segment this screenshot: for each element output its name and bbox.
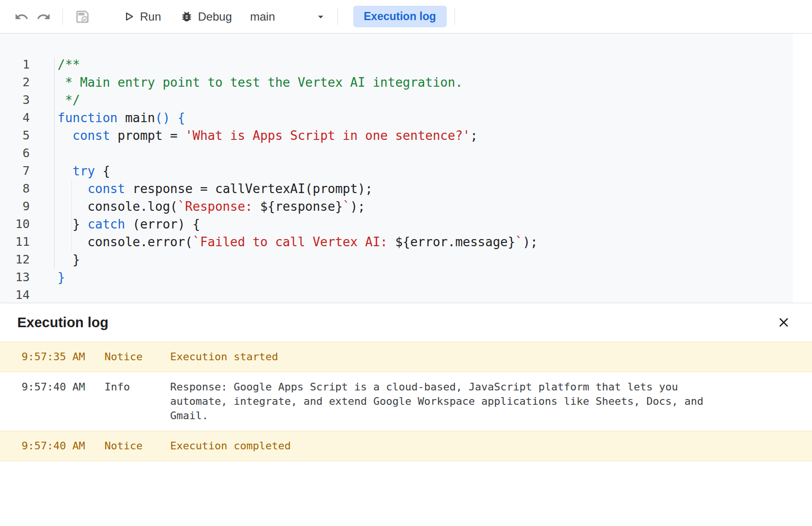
toolbar-divider: [337, 9, 338, 25]
execution-log-button-label: Execution log: [364, 10, 436, 23]
line-number[interactable]: 9: [0, 199, 30, 213]
code-text: function main() {: [30, 111, 185, 125]
code-text: } catch (error) {: [30, 217, 200, 231]
caret-down-icon: [314, 11, 327, 23]
code-line[interactable]: 7 try {: [0, 162, 812, 180]
toolbar-divider: [62, 9, 63, 25]
log-entries: 9:57:35 AMNoticeExecution started9:57:40…: [0, 342, 812, 461]
log-entry-time: 9:57:40 AM: [22, 439, 104, 453]
log-entry-info: 9:57:40 AMInfoResponse: Google Apps Scri…: [0, 372, 812, 431]
line-number[interactable]: 11: [0, 235, 30, 249]
execution-log-title: Execution log: [17, 315, 108, 331]
undo-icon: [14, 10, 29, 24]
line-number[interactable]: 7: [0, 164, 30, 178]
toolbar: Run Debug main Execution log: [0, 0, 812, 34]
code-line[interactable]: 14: [0, 286, 812, 303]
line-number[interactable]: 1: [0, 57, 30, 71]
line-number[interactable]: 5: [0, 128, 30, 142]
code-line[interactable]: 5 const prompt = 'What is Apps Script in…: [0, 126, 812, 144]
log-entry-time: 9:57:40 AM: [22, 380, 104, 394]
code-line[interactable]: 3 */: [0, 91, 812, 109]
debug-button[interactable]: Debug: [175, 6, 237, 27]
code-text: const response = callVertexAI(prompt);: [30, 182, 372, 196]
code-line[interactable]: 1/**: [0, 56, 812, 73]
toolbar-divider: [454, 9, 455, 25]
code-text: console.error(`Failed to call Vertex AI:…: [30, 235, 538, 249]
code-text: try {: [30, 164, 110, 178]
code-text: }: [30, 252, 80, 267]
log-entry-notice: 9:57:35 AMNoticeExecution started: [0, 342, 812, 372]
log-entry-notice: 9:57:40 AMNoticeExecution completed: [0, 431, 812, 461]
code-editor[interactable]: 1/**2 * Main entry point to test the Ver…: [0, 34, 812, 303]
line-number[interactable]: 14: [0, 288, 30, 302]
run-label: Run: [140, 10, 161, 23]
execution-log-panel: Execution log 9:57:35 AMNoticeExecution …: [0, 303, 812, 461]
save-project-button[interactable]: [71, 6, 93, 28]
code-text: * Main entry point to test the Vertex AI…: [30, 75, 463, 90]
code-line[interactable]: 9 console.log(`Response: ${response}`);: [0, 197, 812, 215]
code-line[interactable]: 11 console.error(`Failed to call Vertex …: [0, 233, 812, 251]
log-entry-level: Notice: [104, 350, 170, 364]
undo-button[interactable]: [12, 7, 32, 27]
code-line[interactable]: 10 } catch (error) {: [0, 215, 812, 233]
run-play-icon: [122, 10, 135, 23]
code-text: }: [30, 270, 65, 285]
code-line[interactable]: 12 }: [0, 251, 812, 268]
line-number[interactable]: 2: [0, 75, 30, 89]
code-text: */: [30, 93, 80, 107]
function-selector-dropdown[interactable]: main: [248, 7, 330, 26]
redo-button[interactable]: [34, 7, 54, 27]
code-line[interactable]: 4function main() {: [0, 109, 812, 126]
save-project-icon: [74, 9, 91, 25]
code-line[interactable]: 13}: [0, 268, 812, 286]
log-entry-level: Info: [104, 380, 170, 394]
close-icon: [777, 315, 791, 330]
execution-log-button[interactable]: Execution log: [353, 6, 447, 27]
code-lines: 1/**2 * Main entry point to test the Ver…: [0, 34, 812, 303]
code-line[interactable]: 6: [0, 144, 812, 162]
code-text: /**: [30, 57, 80, 72]
log-entry-level: Notice: [104, 439, 170, 453]
line-number[interactable]: 4: [0, 111, 30, 125]
close-execution-log-button[interactable]: [775, 313, 793, 332]
log-entry-message: Execution completed: [170, 439, 721, 453]
debug-label: Debug: [198, 10, 232, 23]
line-number[interactable]: 12: [0, 252, 30, 266]
execution-log-header: Execution log: [0, 303, 812, 342]
function-selector-value: main: [250, 10, 275, 23]
redo-icon: [36, 10, 51, 24]
code-text: console.log(`Response: ${response}`);: [30, 199, 365, 214]
debug-bug-icon: [180, 10, 193, 23]
indent-guide: [71, 180, 72, 251]
run-button[interactable]: Run: [117, 6, 166, 27]
code-text: const prompt = 'What is Apps Script in o…: [30, 128, 478, 143]
editor-scrollbar[interactable]: [793, 34, 812, 303]
code-line[interactable]: 8 const response = callVertexAI(prompt);: [0, 180, 812, 197]
line-number[interactable]: 6: [0, 146, 30, 160]
line-number[interactable]: 10: [0, 217, 30, 231]
line-number[interactable]: 13: [0, 270, 30, 284]
line-number[interactable]: 3: [0, 93, 30, 107]
indent-guide: [54, 57, 55, 268]
code-line[interactable]: 2 * Main entry point to test the Vertex …: [0, 73, 812, 91]
log-entry-message: Execution started: [170, 350, 721, 364]
line-number[interactable]: 8: [0, 182, 30, 195]
log-entry-time: 9:57:35 AM: [22, 350, 104, 364]
apps-script-ide: Run Debug main Execution log 1/**2 * Mai…: [0, 0, 812, 461]
log-entry-message: Response: Google Apps Script is a cloud-…: [170, 380, 721, 423]
